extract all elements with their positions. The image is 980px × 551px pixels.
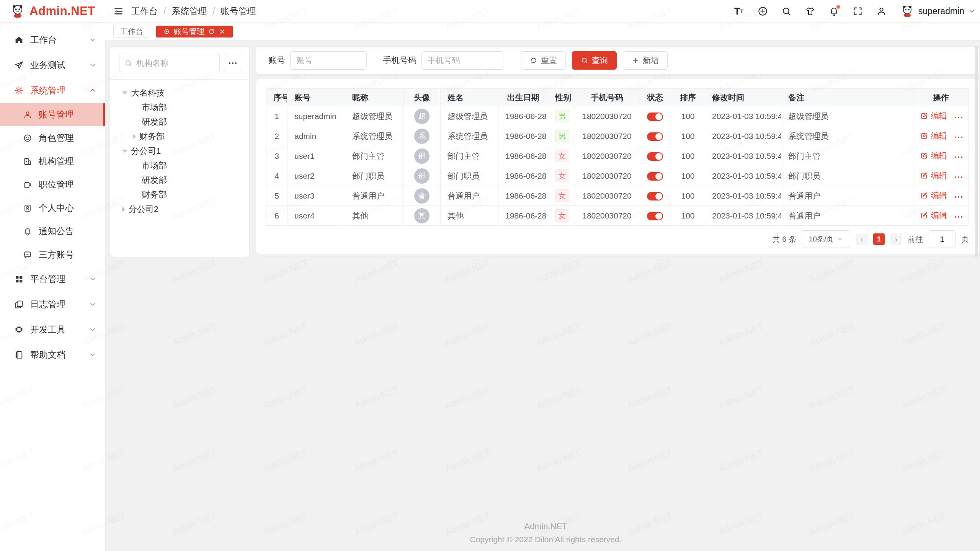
edit-button[interactable]: 编辑 (920, 111, 947, 121)
accounts-table: 序号 账号 昵称 头像 姓名 出生日期 性别 手机号码 状态 排序 修改时间 (266, 88, 969, 226)
status-toggle[interactable] (647, 112, 663, 121)
avatar: 普 (414, 188, 430, 204)
tree-node[interactable]: 财务部 (110, 129, 249, 144)
org-search-input[interactable] (136, 59, 214, 68)
refresh-icon[interactable] (208, 28, 215, 35)
sidebar-item-third-party-account[interactable]: 三方账号 (0, 243, 105, 266)
scrollbar[interactable] (975, 46, 978, 258)
tree-node[interactable]: 财务部 (110, 187, 249, 202)
gear-icon (14, 86, 24, 95)
prev-page-button[interactable]: ‹ (856, 233, 867, 245)
gender-tag: 女 (555, 189, 569, 202)
table-row: 4 user2 部门职员 部 部门职员 1986-06-28 女 1802003… (266, 166, 969, 186)
footer-copyright: Copyright © 2022 Dilon All rights reserv… (105, 535, 980, 544)
fullscreen-icon[interactable] (853, 6, 863, 16)
add-button[interactable]: 新增 (623, 51, 668, 70)
tree-node[interactable]: 分公司1 (110, 144, 249, 158)
close-icon[interactable] (219, 28, 226, 35)
sidebar-item-log-management[interactable]: 日志管理 (0, 292, 105, 317)
status-toggle[interactable] (647, 152, 663, 161)
gender-tag: 女 (555, 170, 569, 182)
goto-page-input[interactable] (929, 230, 956, 248)
edit-button[interactable]: 编辑 (920, 210, 947, 221)
row-more-icon[interactable] (955, 117, 962, 118)
sidebar-item-platform-management[interactable]: 平台管理 (0, 266, 105, 292)
sidebar-item-dev-tools[interactable]: 开发工具 (0, 317, 105, 342)
status-toggle[interactable] (647, 192, 663, 201)
breadcrumb-item[interactable]: 账号管理 (221, 5, 256, 17)
breadcrumb-item[interactable]: 系统管理 (172, 5, 207, 17)
sidebar-item-business-test[interactable]: 业务测试 (0, 52, 105, 78)
logs-icon (14, 300, 24, 309)
user-icon[interactable] (876, 6, 887, 16)
next-page-button[interactable]: › (890, 233, 902, 245)
avatar: 系 (414, 129, 430, 144)
sidebar-item-role-management[interactable]: 角色管理 (0, 126, 105, 150)
tab-workbench[interactable]: 工作台 (113, 26, 150, 37)
dot-circle-icon (163, 28, 170, 35)
row-more-icon[interactable] (955, 216, 962, 218)
pagination-total: 共 6 条 (773, 234, 796, 245)
tab-account-management[interactable]: 账号管理 (156, 26, 233, 37)
tree-node[interactable]: 市场部 (110, 158, 249, 173)
table-row: 1 superadmin 超级管理员 超 超级管理员 1986-06-28 男 … (266, 106, 969, 126)
user-menu[interactable]: superadmin (900, 4, 975, 18)
sidebar-item-system-management[interactable]: 系统管理 (0, 78, 105, 103)
chevron-down-icon (89, 36, 96, 44)
gender-tag: 男 (555, 110, 569, 122)
topbar: 工作台 / 系统管理 / 账号管理 TT 中 (105, 0, 980, 23)
page-number-button[interactable]: 1 (873, 233, 885, 245)
status-toggle[interactable] (647, 212, 663, 220)
pagination: 共 6 条 10条/页 ‹ 1 › 前往 页 (773, 230, 969, 248)
account-input[interactable] (290, 51, 367, 70)
status-toggle[interactable] (647, 172, 663, 181)
sidebar-item-org-management[interactable]: 机构管理 (0, 150, 105, 173)
goto-label: 前往 (908, 234, 923, 245)
caret-right-icon (133, 134, 136, 139)
tree-node[interactable]: 研发部 (110, 115, 249, 129)
row-more-icon[interactable] (955, 196, 962, 198)
tags-bar: 工作台 账号管理 (105, 23, 980, 41)
notification-icon[interactable] (829, 6, 839, 16)
reset-button[interactable]: 重置 (521, 51, 566, 70)
status-toggle[interactable] (647, 132, 663, 141)
sidebar-item-account-management[interactable]: 账号管理 (0, 103, 105, 126)
role-icon (23, 134, 32, 143)
sidebar-item-help-docs[interactable]: 帮助文档 (0, 342, 105, 367)
tree-node[interactable]: 分公司2 (110, 202, 249, 217)
topbar-actions: TT 中 (734, 4, 975, 18)
edit-icon (920, 172, 928, 179)
sidebar-item-notice[interactable]: 通知公告 (0, 220, 105, 243)
sidebar-item-workbench[interactable]: 工作台 (0, 27, 105, 52)
sidebar-item-position-management[interactable]: 职位管理 (0, 173, 105, 196)
search-icon (124, 59, 132, 67)
language-icon[interactable]: 中 (758, 6, 768, 16)
row-more-icon[interactable] (955, 156, 962, 158)
breadcrumb-item[interactable]: 工作台 (131, 5, 158, 17)
menu-fold-icon[interactable] (113, 6, 124, 16)
logo[interactable]: Admin.NET (0, 0, 105, 23)
table-row: 3 user1 部门主管 部 部门主管 1986-06-28 女 1802003… (266, 146, 969, 166)
gender-tag: 女 (555, 209, 569, 222)
row-more-icon[interactable] (955, 137, 962, 138)
edit-button[interactable]: 编辑 (920, 190, 947, 201)
avatar: 其 (414, 208, 430, 223)
page-size-select[interactable]: 10条/页 (802, 230, 850, 248)
search-icon[interactable] (781, 6, 792, 16)
org-search[interactable] (119, 54, 220, 72)
sidebar-item-profile-center[interactable]: 个人中心 (0, 196, 105, 220)
tree-node[interactable]: 大名科技 (110, 86, 249, 100)
font-size-icon[interactable]: TT (734, 6, 744, 16)
gender-tag: 女 (555, 150, 569, 162)
row-more-icon[interactable] (955, 176, 962, 178)
theme-icon[interactable] (805, 6, 815, 16)
more-icon[interactable] (224, 54, 241, 72)
edit-button[interactable]: 编辑 (920, 130, 947, 141)
tree-node[interactable]: 市场部 (110, 100, 249, 115)
edit-button[interactable]: 编辑 (920, 170, 947, 181)
phone-input[interactable] (421, 51, 503, 70)
tree-node[interactable]: 研发部 (110, 173, 249, 187)
brand-name: Admin.NET (29, 4, 95, 18)
edit-button[interactable]: 编辑 (920, 150, 947, 161)
search-button[interactable]: 查询 (572, 51, 617, 70)
